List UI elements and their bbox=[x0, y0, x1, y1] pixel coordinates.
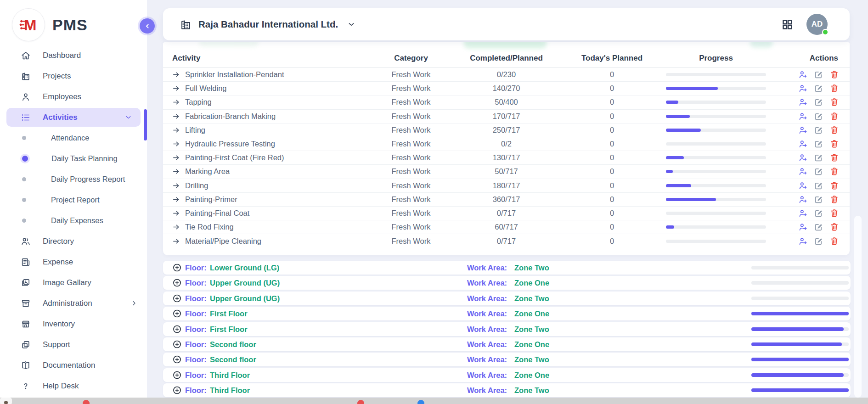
expand-plus-icon[interactable] bbox=[172, 263, 182, 273]
expand-plus-icon[interactable] bbox=[172, 386, 182, 395]
edit-button[interactable] bbox=[814, 208, 823, 218]
edit-button[interactable] bbox=[814, 181, 823, 191]
delete-button[interactable] bbox=[829, 112, 839, 121]
sidebar-subitem-attendance[interactable]: Attendance bbox=[0, 128, 147, 148]
activity-name[interactable]: Painting-Final Coat bbox=[185, 209, 249, 218]
delete-button[interactable] bbox=[829, 125, 839, 135]
activity-name[interactable]: Full Welding bbox=[185, 84, 226, 93]
delete-button[interactable] bbox=[829, 139, 839, 149]
delete-button[interactable] bbox=[829, 208, 839, 218]
assign-user-button[interactable] bbox=[798, 208, 808, 218]
chevron-left-icon bbox=[144, 22, 151, 30]
assign-user-button[interactable] bbox=[798, 167, 808, 176]
sidebar-item-image-gallary[interactable]: Image Gallary bbox=[0, 272, 147, 293]
delete-button[interactable] bbox=[829, 195, 839, 204]
todays-planned-value: 0 bbox=[558, 126, 666, 135]
sidebar-collapse-button[interactable] bbox=[140, 18, 155, 34]
delete-button[interactable] bbox=[829, 236, 839, 246]
sidebar-item-inventory[interactable]: Inventory bbox=[0, 314, 147, 334]
assign-user-button[interactable] bbox=[798, 195, 808, 204]
sidebar-subitem-label: Daily Progress Report bbox=[51, 175, 125, 184]
taskbar-icon-red[interactable] bbox=[357, 400, 364, 404]
assign-user-button[interactable] bbox=[798, 97, 808, 107]
main-scrollbar-thumb[interactable] bbox=[144, 109, 147, 140]
expand-plus-icon[interactable] bbox=[172, 309, 182, 319]
expand-plus-icon[interactable] bbox=[172, 370, 182, 380]
activity-name[interactable]: Lifting bbox=[185, 126, 205, 135]
right-scrollbar-track[interactable] bbox=[854, 216, 862, 398]
activity-category: Fresh Work bbox=[367, 112, 455, 121]
activity-name[interactable]: Painting-Primer bbox=[185, 195, 237, 204]
todays-planned-value: 0 bbox=[558, 84, 666, 93]
user-avatar[interactable]: AD bbox=[806, 14, 828, 35]
edit-button[interactable] bbox=[814, 167, 823, 176]
edit-button[interactable] bbox=[814, 236, 823, 246]
edit-button[interactable] bbox=[814, 70, 823, 79]
sidebar-item-employees[interactable]: Employees bbox=[0, 86, 147, 107]
assign-user-button[interactable] bbox=[798, 125, 808, 135]
store-icon bbox=[21, 319, 31, 329]
assign-user-button[interactable] bbox=[798, 112, 808, 121]
delete-button[interactable] bbox=[829, 97, 839, 107]
edit-button[interactable] bbox=[814, 222, 823, 232]
company-selector[interactable]: Raja Bahadur International Ltd. bbox=[163, 18, 355, 31]
activity-name[interactable]: Fabrication-Branch Making bbox=[185, 112, 276, 121]
sidebar-item-administration[interactable]: Administration bbox=[0, 293, 147, 314]
assign-user-button[interactable] bbox=[798, 84, 808, 93]
activity-name[interactable]: Sprinkler Installation-Pendant bbox=[185, 70, 284, 79]
sidebar-item-documentation[interactable]: Documentation bbox=[0, 355, 147, 376]
delete-button[interactable] bbox=[829, 70, 839, 79]
floor-progress-bar bbox=[751, 327, 849, 331]
sidebar-subitem-project-report[interactable]: Project Report bbox=[0, 190, 147, 210]
activity-name[interactable]: Tapping bbox=[185, 98, 212, 107]
activity-name[interactable]: Hydraulic Pressure Testing bbox=[185, 140, 275, 148]
sidebar-item-activities[interactable]: Activities bbox=[6, 108, 141, 127]
edit-button[interactable] bbox=[814, 112, 823, 121]
edit-button[interactable] bbox=[814, 139, 823, 149]
edit-button[interactable] bbox=[814, 125, 823, 135]
floor-row: Floor: Upper Ground (UG) Work Area: Zone… bbox=[163, 292, 851, 305]
sidebar-item-dashboard[interactable]: Dashboard bbox=[0, 45, 147, 66]
avatar-initials: AD bbox=[812, 20, 823, 29]
delete-button[interactable] bbox=[829, 167, 839, 176]
sidebar-subitem-daily-expenses[interactable]: Daily Expenses bbox=[0, 210, 147, 231]
assign-user-button[interactable] bbox=[798, 222, 808, 232]
activity-name[interactable]: Tie Rod Fixing bbox=[185, 223, 234, 231]
assign-user-button[interactable] bbox=[798, 153, 808, 163]
assign-user-button[interactable] bbox=[798, 139, 808, 149]
expand-plus-icon[interactable] bbox=[172, 339, 182, 349]
edit-button[interactable] bbox=[814, 97, 823, 107]
activity-name[interactable]: Painting-First Coat (Fire Red) bbox=[185, 153, 284, 162]
activity-name[interactable]: Marking Area bbox=[185, 167, 230, 176]
sidebar-item-support[interactable]: Support bbox=[0, 334, 147, 355]
edit-button[interactable] bbox=[814, 153, 823, 163]
delete-button[interactable] bbox=[829, 181, 839, 191]
apps-grid-icon[interactable] bbox=[781, 18, 794, 31]
sidebar-item-projects[interactable]: Projects bbox=[0, 66, 147, 86]
sidebar-subitem-daily-progress-report[interactable]: Daily Progress Report bbox=[0, 169, 147, 190]
delete-button[interactable] bbox=[829, 222, 839, 232]
taskbar-icon-app[interactable] bbox=[0, 398, 12, 404]
sidebar-item-help-desk[interactable]: Help Desk bbox=[0, 376, 147, 396]
assign-user-button[interactable] bbox=[798, 70, 808, 79]
arrow-right-icon bbox=[172, 223, 180, 231]
expand-plus-icon[interactable] bbox=[172, 324, 182, 334]
sidebar-item-expense[interactable]: Expense bbox=[0, 252, 147, 272]
edit-button[interactable] bbox=[814, 195, 823, 204]
todays-planned-value: 0 bbox=[558, 153, 666, 162]
expand-plus-icon[interactable] bbox=[172, 355, 182, 365]
delete-button[interactable] bbox=[829, 153, 839, 163]
sidebar-item-directory[interactable]: Directory bbox=[0, 231, 147, 252]
expand-plus-icon[interactable] bbox=[172, 293, 182, 303]
sidebar-subitem-daily-task-planning[interactable]: Daily Task Planning bbox=[0, 148, 147, 169]
edit-button[interactable] bbox=[814, 84, 823, 93]
assign-user-button[interactable] bbox=[798, 236, 808, 246]
taskbar-icon-red[interactable] bbox=[83, 400, 90, 404]
expand-plus-icon[interactable] bbox=[172, 278, 182, 288]
assign-user-button[interactable] bbox=[798, 181, 808, 191]
taskbar-icon-blue[interactable] bbox=[417, 400, 424, 404]
activity-name[interactable]: Drilling bbox=[185, 181, 208, 190]
delete-button[interactable] bbox=[829, 84, 839, 93]
activity-name[interactable]: Material/Pipe Cleaning bbox=[185, 237, 261, 246]
sidebar-subitem-label: Daily Task Planning bbox=[51, 154, 118, 163]
